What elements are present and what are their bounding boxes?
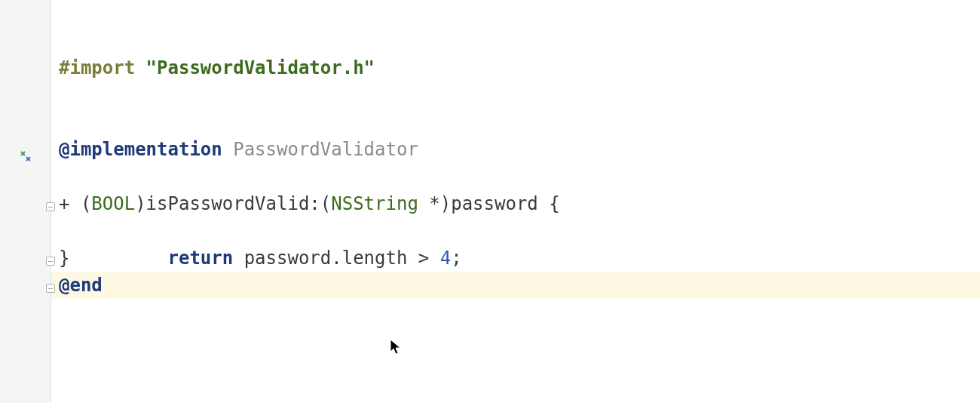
override-marker-icon[interactable] — [20, 146, 32, 167]
string-quote: " — [146, 57, 157, 78]
method-name: isPasswordValid:( — [146, 193, 332, 214]
code-line-highlighted: return password.length > 4; — [59, 217, 980, 245]
param-type: NSString — [331, 193, 418, 214]
code-line: } — [59, 245, 980, 272]
implementation-directive: @implementation — [59, 139, 222, 160]
gutter — [6, 0, 51, 403]
gutter-margin — [0, 0, 6, 403]
import-keyword: #import — [59, 57, 135, 78]
end-directive: @end — [59, 275, 103, 296]
string-literal: PasswordValidator.h — [157, 57, 364, 78]
code-editor[interactable]: #import "PasswordValidator.h" @implement… — [0, 0, 980, 403]
code-line: @end — [59, 272, 980, 299]
code-text-area[interactable]: #import "PasswordValidator.h" @implement… — [51, 0, 980, 403]
class-name: PasswordValidator — [233, 139, 418, 160]
method-prefix: + ( — [59, 193, 91, 214]
blank-line — [59, 0, 980, 27]
return-type: BOOL — [91, 193, 135, 214]
code-line: + (BOOL)isPasswordValid:(NSString *)pass… — [59, 190, 980, 217]
blank-line — [59, 109, 980, 136]
blank-line — [59, 27, 980, 54]
blank-line — [59, 163, 980, 190]
code-line: #import "PasswordValidator.h" — [59, 54, 980, 82]
blank-line — [59, 82, 980, 109]
paren: ) — [135, 193, 145, 214]
method-suffix: *)password { — [418, 193, 560, 214]
code-line: @implementation PasswordValidator — [59, 136, 980, 163]
string-quote: " — [364, 57, 375, 78]
closing-brace: } — [59, 248, 69, 269]
